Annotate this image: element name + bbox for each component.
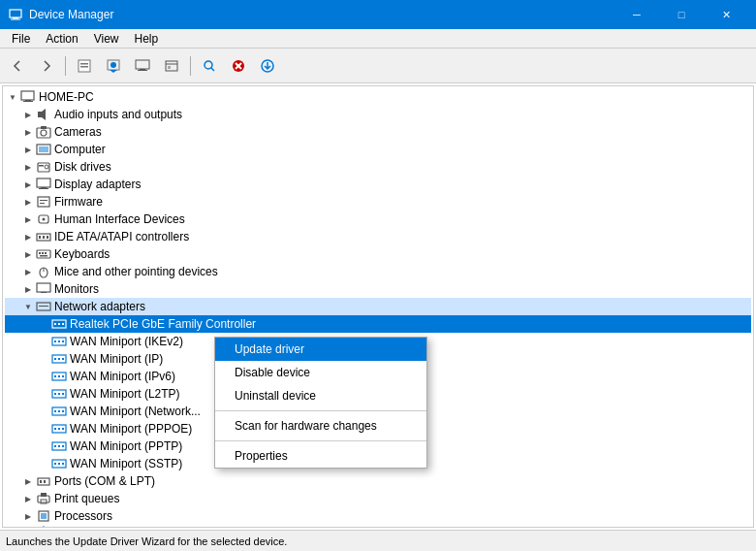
svg-rect-8	[136, 60, 149, 69]
menu-view[interactable]: View	[86, 30, 127, 48]
expander-computer[interactable]: ▶	[20, 142, 36, 157]
expander-wan8[interactable]	[36, 456, 51, 471]
icon-keyboards	[36, 246, 51, 262]
tree-item-ide[interactable]: ▶IDE ATA/ATAPI controllers	[5, 228, 751, 245]
svg-point-14	[205, 61, 212, 69]
label-security: Security devices	[54, 527, 139, 528]
toolbar-show-hidden[interactable]	[158, 52, 185, 80]
toolbar-forward[interactable]	[33, 52, 60, 80]
window-controls[interactable]: ─ □ ✕	[614, 0, 748, 29]
expander-wan3[interactable]	[36, 369, 51, 384]
svg-rect-51	[37, 283, 50, 292]
tree-item-keyboards[interactable]: ▶Keyboards	[5, 245, 751, 263]
svg-point-7	[110, 62, 116, 68]
label-display: Display adapters	[54, 178, 141, 191]
tree-item-processors[interactable]: ▶Processors	[5, 507, 751, 525]
tree-item-realtek[interactable]: Realtek PCIe GbE Family Controller	[5, 315, 751, 333]
tree-item-cameras[interactable]: ▶Cameras	[5, 123, 751, 141]
tree-item-hid[interactable]: ▶Human Interface Devices	[5, 211, 751, 228]
status-text: Launches the Update Driver Wizard for th…	[6, 535, 287, 547]
icon-wan1	[51, 334, 67, 349]
toolbar-download[interactable]	[254, 52, 281, 80]
expander-home-pc[interactable]: ▼	[5, 89, 20, 105]
ctx-disable-device[interactable]: Disable device	[215, 361, 426, 384]
label-wan5: WAN Miniport (Network...	[70, 405, 201, 418]
tree-item-ports[interactable]: ▶Ports (COM & LPT)	[5, 472, 751, 490]
device-tree[interactable]: ▼HOME-PC▶Audio inputs and outputs▶Camera…	[2, 85, 754, 528]
icon-firmware	[36, 194, 51, 210]
close-button[interactable]: ✕	[704, 0, 748, 29]
svg-rect-23	[38, 112, 42, 117]
tree-item-home-pc[interactable]: ▼HOME-PC	[5, 88, 751, 106]
label-disk: Disk drives	[54, 160, 111, 174]
toolbar-back[interactable]	[4, 52, 31, 80]
tree-item-security[interactable]: ▶Security devices	[5, 525, 751, 528]
ctx-scan-hardware[interactable]: Scan for hardware changes	[215, 414, 426, 438]
ctx-separator-2	[215, 440, 426, 441]
toolbar-monitor[interactable]	[129, 52, 156, 80]
expander-wan5[interactable]	[36, 404, 51, 419]
expander-ide[interactable]: ▶	[20, 229, 36, 244]
icon-wan7	[51, 438, 67, 454]
svg-rect-1	[13, 17, 18, 19]
tree-item-audio[interactable]: ▶Audio inputs and outputs	[5, 106, 751, 123]
toolbar-update[interactable]	[100, 52, 127, 80]
expander-wan1[interactable]	[36, 334, 51, 349]
maximize-button[interactable]: □	[659, 0, 704, 29]
tree-item-monitors[interactable]: ▶Monitors	[5, 280, 751, 298]
expander-wan4[interactable]	[36, 386, 51, 402]
expander-mice[interactable]: ▶	[20, 264, 36, 279]
icon-audio	[36, 107, 51, 122]
menu-action[interactable]: Action	[38, 30, 85, 48]
menu-help[interactable]: Help	[127, 30, 167, 48]
tree-item-mice[interactable]: ▶Mice and other pointing devices	[5, 263, 751, 280]
tree-item-print[interactable]: ▶Print queues	[5, 490, 751, 507]
toolbar-remove[interactable]	[225, 52, 252, 80]
toolbar-properties[interactable]	[71, 52, 98, 80]
label-wan6: WAN Miniport (PPPOE)	[70, 422, 192, 436]
svg-rect-52	[41, 292, 47, 293]
expander-keyboards[interactable]: ▶	[20, 246, 36, 262]
svg-rect-60	[54, 340, 56, 342]
app-icon	[8, 7, 23, 22]
expander-wan7[interactable]	[36, 438, 51, 454]
svg-rect-61	[58, 340, 60, 342]
tree-item-computer[interactable]: ▶Computer	[5, 141, 751, 158]
expander-network[interactable]: ▼	[20, 299, 36, 314]
tree-item-display[interactable]: ▶Display adapters	[5, 176, 751, 193]
icon-ide	[36, 229, 51, 244]
expander-wan2[interactable]	[36, 351, 51, 367]
expander-wan6[interactable]	[36, 421, 51, 437]
expander-hid[interactable]: ▶	[20, 211, 36, 227]
toolbar-scan[interactable]	[196, 52, 223, 80]
expander-disk[interactable]: ▶	[20, 159, 36, 175]
expander-print[interactable]: ▶	[20, 491, 36, 506]
minimize-button[interactable]: ─	[614, 0, 659, 29]
expander-ports[interactable]: ▶	[20, 473, 36, 489]
expander-display[interactable]: ▶	[20, 177, 36, 192]
expander-security[interactable]: ▶	[20, 526, 36, 528]
expander-processors[interactable]: ▶	[20, 508, 36, 524]
tree-item-disk[interactable]: ▶Disk drives	[5, 158, 751, 176]
label-wan3: WAN Miniport (IPv6)	[70, 370, 175, 383]
svg-rect-84	[54, 445, 56, 447]
ctx-update-driver[interactable]: Update driver	[215, 338, 426, 361]
expander-monitors[interactable]: ▶	[20, 281, 36, 297]
label-hid: Human Interface Devices	[54, 212, 185, 226]
expander-cameras[interactable]: ▶	[20, 124, 36, 140]
svg-rect-77	[58, 410, 60, 412]
label-audio: Audio inputs and outputs	[54, 108, 182, 121]
expander-realtek[interactable]	[36, 316, 51, 332]
svg-rect-81	[58, 428, 60, 430]
ctx-uninstall-device[interactable]: Uninstall device	[215, 384, 426, 407]
label-mice: Mice and other pointing devices	[54, 265, 218, 278]
svg-rect-88	[54, 463, 56, 465]
menu-file[interactable]: File	[4, 30, 38, 48]
tree-item-firmware[interactable]: ▶Firmware	[5, 193, 751, 211]
expander-firmware[interactable]: ▶	[20, 194, 36, 210]
ctx-properties[interactable]: Properties	[215, 444, 426, 468]
icon-cameras	[36, 124, 51, 140]
expander-audio[interactable]: ▶	[20, 107, 36, 122]
tree-item-network[interactable]: ▼Network adapters	[5, 298, 751, 315]
label-ports: Ports (COM & LPT)	[54, 474, 155, 488]
